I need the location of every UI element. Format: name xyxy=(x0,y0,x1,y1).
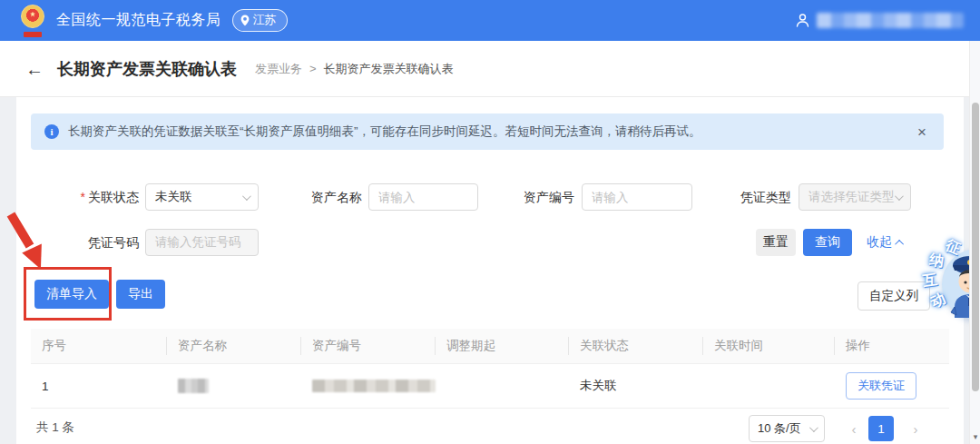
col-header-asset-name: 资产名称 xyxy=(167,329,301,363)
masked-asset-name xyxy=(178,379,209,393)
voucher-no-field-wrap: 请输入凭证号码 xyxy=(145,229,259,256)
collapse-label: 收起 xyxy=(867,234,892,251)
col-header-adjust-period: 调整期起 xyxy=(436,329,569,363)
main-content-card: i 长期资产关联的凭证数据关联至“长期资产原值明细表”，可能存在同步时间延迟。若… xyxy=(16,97,964,444)
associate-voucher-button[interactable]: 关联凭证 xyxy=(846,372,916,400)
total-count-text: 共 1 条 xyxy=(36,415,74,440)
col-header-actions: 操作 xyxy=(835,329,949,363)
scrollbar-thumb[interactable] xyxy=(972,103,979,391)
pagination-current-page[interactable]: 1 xyxy=(868,416,894,441)
cell-assoc-status: 未关联 xyxy=(569,364,703,408)
col-header-asset-code: 资产编号 xyxy=(301,329,436,363)
export-button[interactable]: 导出 xyxy=(116,280,165,309)
collapse-toggle[interactable]: 收起 xyxy=(867,229,904,256)
tax-bureau-logo-icon xyxy=(18,4,47,38)
info-icon: i xyxy=(44,124,59,139)
list-import-button[interactable]: 清单导入 xyxy=(34,280,109,309)
col-header-assoc-time: 关联时间 xyxy=(703,329,835,363)
app-header: 全国统一规范电子税务局 江苏 xyxy=(0,0,980,41)
assets-table: 序号 资产名称 资产编号 调整期起 关联状态 关联时间 操作 1 未关联 关联凭… xyxy=(31,329,949,409)
masked-username xyxy=(817,13,964,28)
cell-adjust-period xyxy=(436,364,569,408)
breadcrumb-separator: > xyxy=(309,62,317,75)
cell-index: 1 xyxy=(31,364,167,408)
chevron-up-icon xyxy=(895,239,904,248)
info-banner: i 长期资产关联的凭证数据关联至“长期资产原值明细表”，可能存在同步时间延迟。若… xyxy=(31,113,944,150)
col-header-index: 序号 xyxy=(31,329,167,363)
back-arrow-icon[interactable]: ← xyxy=(25,60,44,78)
chevron-down-icon xyxy=(895,192,904,201)
masked-asset-code xyxy=(312,380,436,392)
assoc-status-select[interactable]: 未关联 xyxy=(145,183,259,211)
breadcrumb-bar: ← 长期资产发票关联确认表 发票业务 > 长期资产发票关联确认表 xyxy=(0,41,980,97)
page-title: 长期资产发票关联确认表 xyxy=(57,58,237,80)
cell-actions: 关联凭证 xyxy=(835,364,949,408)
close-icon[interactable]: × xyxy=(914,124,930,140)
cell-assoc-time xyxy=(703,364,835,408)
cell-asset-code xyxy=(301,364,436,408)
region-label: 江苏 xyxy=(253,12,277,28)
table-row: 1 未关联 关联凭证 xyxy=(31,364,949,409)
voucher-no-placeholder: 请输入凭证号码 xyxy=(155,234,241,251)
mascot-char-1: 纳 xyxy=(928,251,946,271)
asset-name-label: 资产名称 xyxy=(293,183,362,211)
voucher-type-select[interactable]: 请选择凭证类型 xyxy=(799,183,911,211)
pagination-next-button[interactable]: › xyxy=(905,418,926,439)
voucher-type-label: 凭证类型 xyxy=(728,183,791,211)
customize-columns-button[interactable]: 自定义列 xyxy=(858,281,930,311)
asset-name-input[interactable] xyxy=(378,191,468,204)
mascot-char-2: 互 xyxy=(922,271,939,291)
user-account-area[interactable] xyxy=(795,13,964,28)
assoc-status-value: 未关联 xyxy=(155,189,192,205)
breadcrumb: 发票业务 > 长期资产发票关联确认表 xyxy=(255,61,454,77)
asset-code-input[interactable] xyxy=(592,191,682,204)
voucher-no-label: 凭证号码 xyxy=(34,229,139,256)
chevron-down-icon xyxy=(242,192,251,201)
table-header-row: 序号 资产名称 资产编号 调整期起 关联状态 关联时间 操作 xyxy=(31,329,949,364)
reset-button[interactable]: 重置 xyxy=(756,229,796,256)
breadcrumb-parent[interactable]: 发票业务 xyxy=(255,61,302,77)
voucher-type-placeholder: 请选择凭证类型 xyxy=(808,189,895,205)
page-scrollbar[interactable]: ▾ xyxy=(969,41,980,444)
assoc-status-label: *关联状态 xyxy=(34,183,139,211)
page-size-select[interactable]: 10 条/页 xyxy=(749,415,825,442)
asset-code-field-wrap xyxy=(582,183,692,211)
info-banner-text: 长期资产关联的凭证数据关联至“长期资产原值明细表”，可能存在同步时间延迟。若短时… xyxy=(68,123,701,140)
scrollbar-down-arrow-icon[interactable]: ▾ xyxy=(972,433,979,440)
asset-name-field-wrap xyxy=(368,183,478,211)
location-pin-icon xyxy=(240,15,250,26)
col-header-assoc-status: 关联状态 xyxy=(569,329,703,363)
cell-asset-name xyxy=(167,364,301,408)
required-mark: * xyxy=(81,190,85,204)
chevron-down-icon xyxy=(809,423,818,432)
asset-code-label: 资产编号 xyxy=(511,183,574,211)
app-title: 全国统一规范电子税务局 xyxy=(56,11,221,30)
breadcrumb-current: 长期资产发票关联确认表 xyxy=(324,61,454,77)
page-size-value: 10 条/页 xyxy=(758,420,801,437)
search-button[interactable]: 查询 xyxy=(803,229,852,256)
pagination-prev-button[interactable]: ‹ xyxy=(843,418,865,439)
user-icon xyxy=(795,13,810,28)
region-selector[interactable]: 江苏 xyxy=(232,9,288,32)
